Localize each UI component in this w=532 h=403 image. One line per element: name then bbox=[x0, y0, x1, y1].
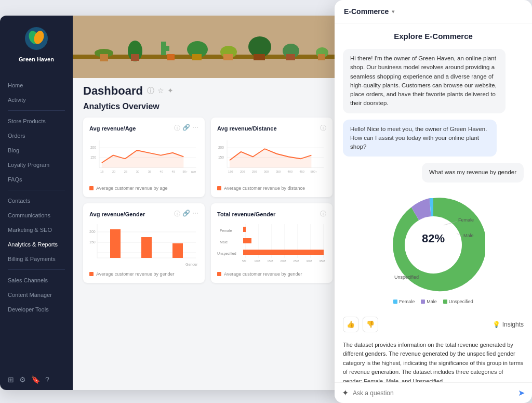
svg-text:Female: Female bbox=[458, 217, 474, 223]
svg-rect-17 bbox=[254, 54, 265, 60]
chat-message-1: Hi there! I'm the owner of Green Haven, … bbox=[343, 49, 506, 113]
chart-area-age: 200 150 15 20 25 30 35 40 45 50+ age bbox=[89, 136, 198, 183]
chevron-down-icon[interactable]: ▾ bbox=[392, 8, 395, 15]
sidebar-item-faqs[interactable]: FAQs bbox=[0, 172, 73, 187]
sidebar-item-communications[interactable]: Communications bbox=[0, 208, 73, 223]
pie-chart-container: 82% Female Male Unspecified Female bbox=[343, 189, 524, 308]
hbar-chart-gender-svg: 5M 10M 15M 20M 25M 30M 35M Female bbox=[217, 222, 326, 268]
svg-rect-11 bbox=[167, 54, 175, 60]
chart-distance-info-icon[interactable]: ⓘ bbox=[320, 124, 326, 133]
chart-gender-link-icon[interactable]: 🔗 bbox=[182, 210, 190, 218]
svg-text:200: 200 bbox=[218, 146, 224, 149]
settings-icon[interactable]: ⚙ bbox=[19, 375, 26, 384]
chat-header-title: E-Commerce bbox=[344, 7, 389, 16]
help-icon[interactable]: ? bbox=[45, 375, 49, 384]
analytics-title: Analytics Overview bbox=[83, 102, 332, 111]
sidebar-item-contacts[interactable]: Contacts bbox=[0, 193, 73, 208]
svg-text:35: 35 bbox=[148, 170, 151, 173]
svg-rect-3 bbox=[73, 16, 343, 78]
svg-text:450: 450 bbox=[299, 170, 304, 173]
female-dot bbox=[393, 300, 397, 304]
svg-rect-6 bbox=[100, 54, 108, 61]
svg-text:150: 150 bbox=[218, 155, 224, 159]
chart-link-icon[interactable]: 🔗 bbox=[182, 124, 190, 133]
thumbs-down-button[interactable]: 👎 bbox=[363, 317, 378, 332]
svg-text:150: 150 bbox=[89, 240, 96, 244]
legend-item-unspecified: Unspecified bbox=[443, 299, 473, 304]
sidebar-item-developer-tools[interactable]: Developer Tools bbox=[0, 302, 73, 317]
chat-body[interactable]: Explore E-Commerce Hi there! I'm the own… bbox=[335, 23, 532, 382]
svg-text:25M: 25M bbox=[293, 259, 299, 263]
grid-icon[interactable]: ⊞ bbox=[8, 375, 14, 384]
sidebar-item-content-manager[interactable]: Content Manager bbox=[0, 288, 73, 302]
sidebar-item-store-products[interactable]: Store Products bbox=[0, 114, 73, 128]
female-label: Female bbox=[399, 299, 415, 304]
dashboard-header: Dashboard ⓘ ☆ ✦ bbox=[73, 78, 343, 102]
logo-text: Green Haven bbox=[8, 56, 65, 62]
chart-legend-distance: Average customer revenue by distance bbox=[217, 186, 326, 191]
sidebar-item-billing[interactable]: Billing & Payments bbox=[0, 252, 73, 266]
chat-input[interactable] bbox=[353, 389, 514, 397]
svg-text:300: 300 bbox=[264, 170, 269, 173]
male-dot bbox=[421, 300, 425, 304]
chart-gender-info-icon[interactable]: ⓘ bbox=[174, 210, 180, 218]
bar-chart-gender-svg: 200 150 Gender bbox=[89, 222, 198, 268]
sidebar-item-marketing[interactable]: Marketing & SEO bbox=[0, 223, 73, 237]
unspecified-label: Unspecified bbox=[449, 299, 473, 304]
chat-message-1-text: Hi there! I'm the owner of Green Haven, … bbox=[350, 55, 497, 106]
chart-actions-gender-total: ⓘ bbox=[320, 210, 326, 218]
chart-title-distance: Avg revenue/Distance bbox=[217, 125, 277, 132]
chart-info-icon[interactable]: ⓘ bbox=[174, 124, 180, 133]
insights-button[interactable]: 💡 Insights bbox=[493, 321, 524, 328]
bookmark-icon[interactable]: 🔖 bbox=[31, 375, 40, 384]
svg-rect-62 bbox=[172, 243, 183, 258]
chat-message-user: What was my revenue by gender bbox=[422, 163, 524, 182]
svg-text:350: 350 bbox=[276, 170, 281, 173]
svg-text:40: 40 bbox=[160, 170, 163, 173]
main-content: Dashboard ⓘ ☆ ✦ Analytics Overview Avg r… bbox=[73, 16, 343, 390]
hero-plants-svg bbox=[73, 16, 343, 78]
chart-card-gender-avg: Avg revenue/Gender ⓘ 🔗 ⋯ bbox=[83, 203, 205, 283]
insights-label: Insights bbox=[502, 321, 524, 328]
svg-text:5M: 5M bbox=[242, 259, 246, 263]
thumbs-up-button[interactable]: 👍 bbox=[343, 317, 358, 332]
dashboard-panel: Green Haven Home Activity Store Products… bbox=[0, 16, 343, 390]
chart-more-icon[interactable]: ⋯ bbox=[192, 124, 198, 133]
chart-title-gender-avg: Avg revenue/Gender bbox=[89, 211, 145, 217]
charts-grid: Avg revenue/Age ⓘ 🔗 ⋯ bbox=[83, 118, 332, 283]
svg-text:Male: Male bbox=[220, 240, 228, 244]
chat-message-user-text: What was my revenue by gender bbox=[429, 169, 516, 175]
svg-text:Gender: Gender bbox=[185, 263, 198, 266]
sidebar-item-home[interactable]: Home bbox=[0, 78, 73, 93]
chart-header-distance: Avg revenue/Distance ⓘ bbox=[217, 124, 326, 133]
page-title: Dashboard bbox=[83, 84, 143, 98]
unspecified-dot bbox=[443, 300, 447, 304]
chart-total-info-icon[interactable]: ⓘ bbox=[320, 210, 326, 218]
svg-text:Male: Male bbox=[463, 233, 474, 238]
feedback-row: 👍 👎 💡 Insights bbox=[343, 315, 524, 334]
sidebar-item-blog[interactable]: Blog bbox=[0, 143, 73, 158]
send-button[interactable]: ➤ bbox=[518, 388, 525, 398]
svg-text:10M: 10M bbox=[254, 259, 260, 263]
star-outline-icon[interactable]: ☆ bbox=[157, 86, 164, 96]
chart-actions-distance: ⓘ bbox=[320, 124, 326, 133]
sidebar-item-sales-channels[interactable]: Sales Channels bbox=[0, 273, 73, 288]
sidebar-item-loyalty[interactable]: Loyalty Program bbox=[0, 158, 73, 172]
chart-gender-more-icon[interactable]: ⋯ bbox=[192, 210, 198, 218]
svg-rect-81 bbox=[243, 238, 251, 243]
svg-text:150: 150 bbox=[228, 170, 233, 173]
svg-text:45: 45 bbox=[171, 170, 175, 173]
line-chart-age-svg: 200 150 15 20 25 30 35 40 45 50+ age bbox=[89, 136, 198, 177]
sidebar-item-analytics[interactable]: Analytics & Reports bbox=[0, 237, 73, 252]
sidebar-item-orders[interactable]: Orders bbox=[0, 128, 73, 143]
info-icon[interactable]: ⓘ bbox=[147, 86, 154, 96]
svg-text:200: 200 bbox=[90, 146, 96, 149]
svg-text:20M: 20M bbox=[280, 259, 286, 263]
svg-text:15: 15 bbox=[100, 170, 103, 173]
hero-background bbox=[73, 16, 343, 78]
sidebar-item-activity[interactable]: Activity bbox=[0, 93, 73, 107]
legend-item-female: Female bbox=[393, 299, 415, 304]
legend-dot-gender-total bbox=[217, 272, 221, 276]
star-icon[interactable]: ✦ bbox=[167, 86, 174, 96]
microphone-icon[interactable]: ✦ bbox=[342, 388, 349, 398]
